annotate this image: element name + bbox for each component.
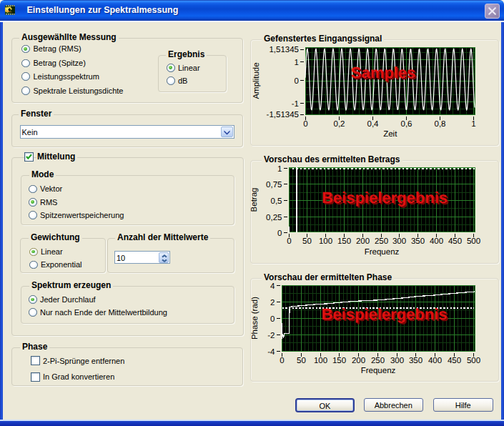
svg-text:4: 4 <box>270 282 275 291</box>
svg-text:400: 400 <box>430 237 443 246</box>
svg-text:Frequenz: Frequenz <box>365 248 400 257</box>
svg-text:-1: -1 <box>292 100 299 109</box>
svg-text:300: 300 <box>392 237 406 246</box>
svg-text:150: 150 <box>332 357 346 365</box>
svg-text:500: 500 <box>467 357 480 365</box>
svg-text:Beispielergebnis: Beispielergebnis <box>322 189 448 207</box>
svg-text:0,4: 0,4 <box>367 120 380 129</box>
svg-text:Samples: Samples <box>351 64 416 81</box>
svg-text:50: 50 <box>302 237 312 246</box>
svg-text:0,5: 0,5 <box>271 197 282 206</box>
svg-text:0,75: 0,75 <box>266 181 282 189</box>
svg-text:450: 450 <box>448 237 462 246</box>
svg-text:1: 1 <box>295 59 299 67</box>
svg-text:Beispielergebnis: Beispielergebnis <box>321 305 447 323</box>
svg-text:0: 0 <box>270 315 275 324</box>
svg-text:0,8: 0,8 <box>435 120 446 129</box>
svg-text:200: 200 <box>356 237 370 246</box>
svg-text:0,6: 0,6 <box>401 120 412 129</box>
svg-text:250: 250 <box>375 237 388 246</box>
svg-text:300: 300 <box>390 357 404 365</box>
svg-text:50: 50 <box>297 357 306 365</box>
svg-text:400: 400 <box>428 357 442 365</box>
svg-text:500: 500 <box>467 237 480 246</box>
svg-text:0: 0 <box>303 120 307 129</box>
svg-text:350: 350 <box>409 357 423 365</box>
svg-text:Betrag: Betrag <box>250 188 259 212</box>
svg-text:1,51345: 1,51345 <box>269 46 299 54</box>
svg-text:-4: -4 <box>267 348 275 357</box>
svg-text:200: 200 <box>352 357 365 365</box>
svg-text:Frequenz: Frequenz <box>361 367 396 375</box>
svg-text:2: 2 <box>270 299 275 307</box>
svg-text:0: 0 <box>280 357 284 365</box>
svg-text:Amplitude: Amplitude <box>252 62 261 99</box>
svg-text:350: 350 <box>411 237 425 246</box>
svg-text:-2: -2 <box>267 332 275 340</box>
svg-text:0: 0 <box>277 229 282 238</box>
svg-text:Zeit: Zeit <box>383 130 397 139</box>
svg-text:-1,51345: -1,51345 <box>267 111 299 119</box>
svg-text:0: 0 <box>295 77 299 86</box>
svg-text:150: 150 <box>337 237 351 246</box>
svg-text:0: 0 <box>287 237 291 246</box>
svg-text:0,25: 0,25 <box>266 214 282 222</box>
svg-text:1: 1 <box>277 165 282 174</box>
svg-text:100: 100 <box>319 237 332 246</box>
svg-text:250: 250 <box>371 357 385 365</box>
svg-text:0,2: 0,2 <box>334 120 345 129</box>
svg-text:1: 1 <box>471 120 475 129</box>
svg-text:100: 100 <box>314 357 327 365</box>
svg-text:Phase (rad): Phase (rad) <box>251 297 260 340</box>
svg-text:450: 450 <box>448 357 461 365</box>
